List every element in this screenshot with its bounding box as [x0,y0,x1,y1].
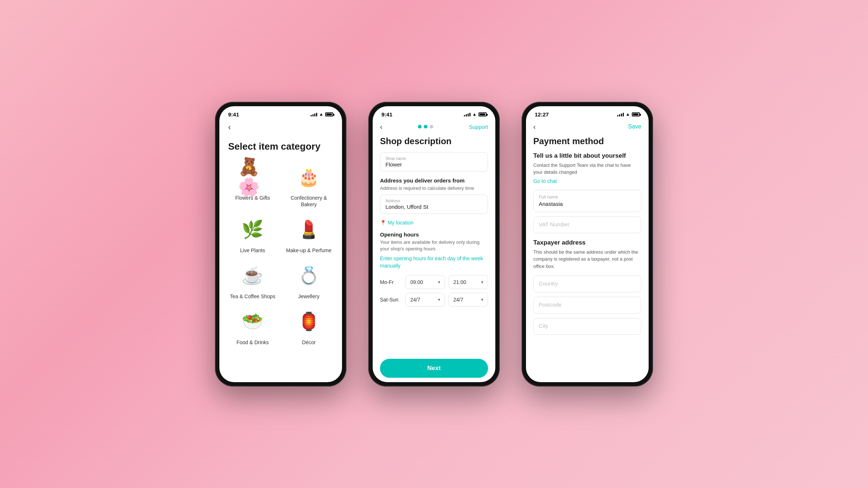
category-item-jewellery[interactable]: 💍 Jewellery [284,261,333,300]
status-bar-2: 9:41 ▲ [373,106,495,120]
city-field[interactable]: City [533,318,641,335]
go-to-chat-link[interactable]: Go to chat [533,178,641,184]
full-name-field[interactable]: Full name Anastasia [533,190,641,212]
phone2-content: Shop description Shop name Flower Addres… [373,132,495,382]
signal-icon-1 [311,112,317,116]
category-label-flowers-gifts: Flowers & Gifts [235,195,270,201]
page-title-1: Select item category [228,141,333,152]
status-icons-3: ▲ [617,112,640,117]
status-time-1: 9:41 [228,111,239,118]
postcode-placeholder: Postcode [539,301,636,308]
full-name-value: Anastasia [539,201,563,207]
my-location-label: My location [388,220,414,226]
category-label-live-plants: Live Plants [240,247,265,254]
shop-description-title: Shop description [380,136,488,146]
progress-dot-2 [424,125,427,128]
hours-day-satsun: Sat-Sun [380,297,402,303]
status-bar-3: 12:27 ▲ [526,106,649,120]
category-item-food-drinks[interactable]: 🥗 Food & Drinks [228,307,277,346]
wifi-icon-3: ▲ [626,112,630,117]
phone-2: 9:41 ▲ ‹ Support [368,102,500,387]
progress-dot-1 [418,125,422,128]
support-link[interactable]: Support [469,124,488,130]
hours-from-satsun[interactable]: 24/7 ▾ [406,293,445,307]
category-label-makeup-perfume: Make-up & Perfume [286,247,332,254]
shop-name-value: Flower [385,161,483,168]
jewellery-icon: 💍 [294,261,323,290]
address-value: London, Ufford St [385,204,483,210]
vat-number-field[interactable]: VAT Number [533,216,641,233]
vat-number-placeholder: VAT Number [539,221,636,227]
back-button-2[interactable]: ‹ [380,123,383,131]
tell-us-heading: Tell us a little bit about yourself [533,152,641,160]
address-section-sub: Address is required to calculate deliver… [380,185,488,192]
my-location-button[interactable]: 📍 My location [380,220,488,226]
wifi-icon-2: ▲ [472,112,477,117]
battery-icon-3 [632,112,640,116]
category-label-food-drinks: Food & Drinks [237,339,269,346]
save-button[interactable]: Save [628,123,641,130]
category-item-tea-coffee[interactable]: ☕ Tea & Coffee Shops [228,261,277,300]
payment-method-title: Payment method [533,136,641,146]
tea-coffee-icon: ☕ [238,261,267,290]
phone-3: 12:27 ▲ ‹ Save Payment method [522,102,653,387]
category-grid: 🧸🌸 Flowers & Gifts 🎂 Confectionery & Bak… [228,162,333,346]
status-time-2: 9:41 [381,111,392,118]
hours-from-mofr[interactable]: 09:00 ▾ [406,275,445,289]
category-label-confectionery-bakery: Confectionery & Bakery [284,195,333,208]
opening-hours-sub: Your items are available for delivery on… [380,239,488,252]
category-item-confectionery-bakery[interactable]: 🎂 Confectionery & Bakery [284,162,333,208]
category-label-jewellery: Jewellery [298,293,319,300]
country-field[interactable]: Country [533,276,641,292]
address-section-title: Address you deliver orders from [380,177,488,184]
category-item-makeup-perfume[interactable]: 💄 Make-up & Perfume [284,215,333,254]
next-button[interactable]: Next [380,359,488,378]
progress-dot-3 [430,125,433,128]
status-icons-1: ▲ [311,112,333,117]
live-plants-icon: 🌿 [238,215,267,244]
food-drinks-icon: 🥗 [238,307,267,336]
shop-name-field[interactable]: Shop name Flower [380,152,488,172]
hours-row-mofr: Mo-Fr 09:00 ▾ 21:00 ▾ [380,275,488,289]
status-time-3: 12:27 [535,111,549,118]
back-button-3[interactable]: ‹ [533,123,536,131]
address-field[interactable]: Address London, Ufford St [380,195,488,214]
chevron-down-icon-satsun-from: ▾ [438,297,440,302]
postcode-field[interactable]: Postcode [533,297,641,314]
wifi-icon-1: ▲ [319,112,323,117]
signal-icon-3 [617,112,624,116]
address-label: Address [385,199,483,203]
battery-icon-1 [325,112,333,116]
phone2-nav: ‹ Support [373,120,495,132]
phone2-footer: Next [373,359,495,378]
decor-icon: 🏮 [294,307,323,336]
chevron-down-icon-mofr-to: ▾ [481,280,483,285]
phone3-nav: ‹ Save [526,120,649,132]
signal-icon-2 [464,112,471,116]
full-name-label: Full name [539,195,636,200]
chevron-down-icon-satsun-to: ▾ [481,297,483,302]
location-icon: 📍 [380,220,386,226]
tell-us-text: Contact the Support Team via the chat to… [533,162,641,176]
makeup-perfume-icon: 💄 [294,215,323,244]
hours-to-satsun[interactable]: 24/7 ▾ [449,293,488,307]
category-item-live-plants[interactable]: 🌿 Live Plants [228,215,277,254]
battery-icon-2 [479,112,487,116]
category-label-tea-coffee: Tea & Coffee Shops [230,293,275,300]
hours-to-mofr[interactable]: 21:00 ▾ [449,275,488,289]
taxpayer-text: This should be the same address under wh… [533,249,641,270]
taxpayer-heading: Taxpayer address [533,239,641,246]
chevron-down-icon-mofr-from: ▾ [438,280,440,285]
back-button-1[interactable]: ‹ [228,120,333,135]
category-label-decor: Décor [302,339,315,346]
phone1-content: ‹ Select item category 🧸🌸 Flowers & Gift… [219,120,342,382]
category-item-decor[interactable]: 🏮 Décor [284,307,333,346]
enter-hours-link[interactable]: Enter opening hours for each day of the … [380,255,488,269]
category-item-flowers-gifts[interactable]: 🧸🌸 Flowers & Gifts [228,162,277,208]
opening-hours-title: Opening hours [380,231,488,238]
country-placeholder: Country [539,280,636,287]
progress-dots [418,125,433,128]
status-icons-2: ▲ [464,112,487,117]
shop-name-label: Shop name [385,156,483,161]
city-placeholder: City [539,323,636,329]
